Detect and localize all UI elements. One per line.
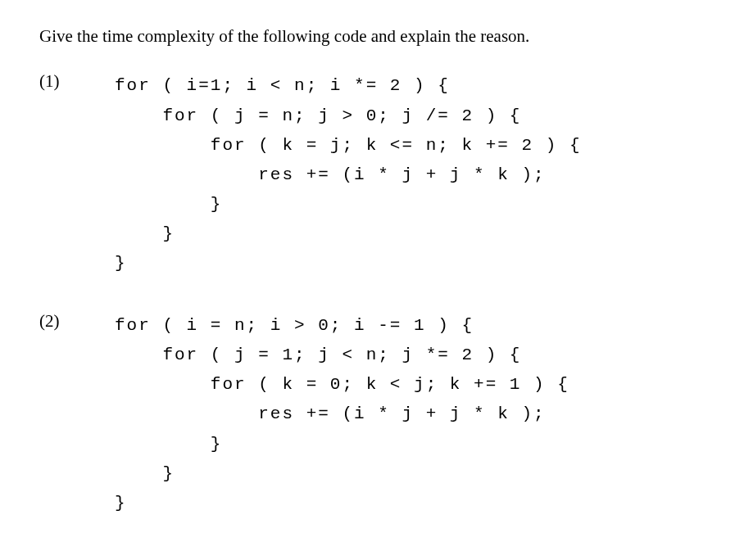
problem-1: (1) for ( i=1; i < n; i *= 2 ) { for ( j…	[39, 71, 705, 278]
problem-2-code: for ( i = n; i > 0; i -= 1 ) { for ( j =…	[115, 311, 569, 518]
problem-1-code: for ( i=1; i < n; i *= 2 ) { for ( j = n…	[115, 71, 581, 278]
question-prompt: Give the time complexity of the followin…	[39, 25, 705, 48]
problem-1-number: (1)	[39, 71, 115, 92]
problem-2-number: (2)	[39, 311, 115, 332]
problem-2: (2) for ( i = n; i > 0; i -= 1 ) { for (…	[39, 311, 705, 518]
